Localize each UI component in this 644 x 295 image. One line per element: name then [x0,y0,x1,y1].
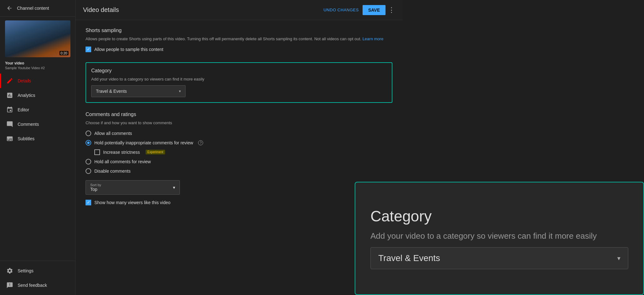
sidebar-item-settings[interactable]: Settings [0,264,75,278]
shorts-sampling-title: Shorts sampling [86,28,392,33]
page-title: Video details [83,6,324,14]
comments-ratings-section: Comments and ratings Choose if and how y… [86,112,392,205]
radio-allow-all: Allow all comments [86,131,392,136]
radio-hold-all-label: Hold all comments for review [94,159,151,164]
category-dropdown-arrow: ▾ [179,89,181,93]
radio-hold-inappropriate-label: Hold potentially inappropriate comments … [94,140,193,145]
show-likes-row: Show how many viewers like this video [86,200,392,205]
category-dropdown[interactable]: Travel & Events ▾ [91,85,186,97]
settings-label: Settings [18,268,34,273]
sidebar-item-comments[interactable]: Comments [0,117,75,131]
radio-allow-all-label: Allow all comments [94,131,132,136]
comments-label: Comments [18,122,39,127]
radio-hold-inappropriate: Hold potentially inappropriate comments … [86,140,392,146]
sidebar-item-send-feedback[interactable]: Send feedback [0,278,75,292]
comments-icon [6,121,13,128]
overlay-desc: Add your video to a category so viewers … [370,231,402,241]
sort-by-arrow: ▾ [173,185,175,190]
shorts-sampling-section: Shorts sampling Allows people to create … [86,28,392,52]
overlay-category-dropdown[interactable]: Travel & Events ▾ [370,247,402,269]
details-icon [6,77,13,84]
sidebar-item-subtitles[interactable]: Subtitles [0,131,75,146]
sort-by-dropdown[interactable]: Sort by Top ▾ [86,180,180,195]
sidebar: Channel content 0:20 Your video Sample Y… [0,0,75,295]
radio-disable-input[interactable] [86,168,91,174]
learn-more-link[interactable]: Learn more [363,36,383,41]
category-section: Category Add your video to a category so… [86,62,392,103]
hold-inappropriate-help-icon[interactable]: ? [198,140,203,145]
increase-strictness-row: Increase strictness Experiment [94,149,392,155]
channel-content-label: Channel content [17,6,49,11]
send-feedback-icon [6,282,13,289]
more-options-button[interactable]: ⋮ [388,7,395,14]
comments-ratings-title: Comments and ratings [86,112,392,117]
sidebar-header: Channel content [0,0,75,17]
show-likes-checkbox[interactable] [86,200,91,205]
experiment-badge: Experiment [146,150,165,154]
editor-icon [6,106,13,113]
radio-disable-label: Disable comments [94,169,130,174]
allow-sample-label: Allow people to sample this content [94,47,163,52]
video-info: Your video Sample Youtube Video #2 [0,60,75,74]
sidebar-bottom: Settings Send feedback [0,261,75,295]
main-content: Video details UNDO CHANGES SAVE ⋮ Shorts… [75,0,402,295]
increase-strictness-label: Increase strictness [103,150,140,155]
header: Video details UNDO CHANGES SAVE ⋮ [75,0,402,20]
allow-sample-checkbox[interactable] [86,47,91,52]
shorts-sampling-desc: Allows people to create Shorts using par… [86,36,392,42]
show-likes-label: Show how many viewers like this video [94,200,170,205]
settings-icon [6,267,13,274]
video-thumbnail: 0:20 [5,20,70,57]
sidebar-item-details[interactable]: Details [0,74,75,88]
radio-hold-all: Hold all comments for review [86,159,392,164]
subtitles-label: Subtitles [18,136,35,141]
radio-allow-all-input[interactable] [86,131,91,136]
category-overlay: Category Add your video to a category so… [355,182,402,295]
video-duration: 0:20 [59,51,69,55]
category-value: Travel & Events [96,89,127,94]
sidebar-item-editor[interactable]: Editor [0,103,75,117]
analytics-label: Analytics [18,93,35,98]
video-title: Your video [5,61,70,65]
sort-by-label: Sort by [90,183,101,187]
radio-hold-all-input[interactable] [86,159,91,164]
category-desc: Add your video to a category so viewers … [91,76,387,82]
sort-by-value: Top [90,187,101,192]
radio-hold-inappropriate-input[interactable] [86,140,91,146]
editor-label: Editor [18,107,29,112]
video-subtitle: Sample Youtube Video #2 [5,66,70,70]
comments-ratings-desc: Choose if and how you want to show comme… [86,120,392,126]
analytics-icon [6,92,13,99]
subtitles-icon [6,135,13,142]
sidebar-item-analytics[interactable]: Analytics [0,88,75,103]
overlay-category-value: Travel & Events [378,253,402,263]
allow-sample-row: Allow people to sample this content [86,47,392,52]
undo-changes-button[interactable]: UNDO CHANGES [324,8,359,12]
save-button[interactable]: SAVE [363,5,386,15]
details-label: Details [18,78,31,83]
increase-strictness-checkbox[interactable] [94,149,100,155]
radio-disable: Disable comments [86,168,392,174]
comments-radio-group: Allow all comments Hold potentially inap… [86,131,392,174]
category-title: Category [91,68,387,74]
content-area: Shorts sampling Allows people to create … [75,20,402,295]
back-button[interactable] [5,4,14,13]
send-feedback-label: Send feedback [18,283,47,288]
overlay-title: Category [370,208,402,225]
